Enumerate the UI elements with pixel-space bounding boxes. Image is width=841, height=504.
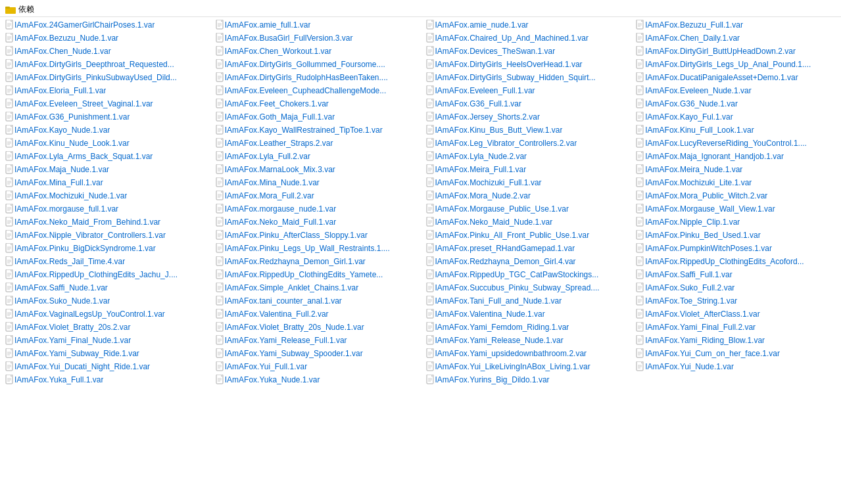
file-item[interactable]: IAmAFox.Eloria_Full.1.var: [0, 84, 210, 97]
file-item[interactable]: IAmAFox.DirtyGirls_RudolphHasBeenTaken..…: [210, 71, 421, 84]
file-item[interactable]: IAmAFox.Eveleen_Street_Vaginal.1.var: [0, 97, 210, 110]
file-item[interactable]: IAmAFox.Neko_Maid_Full.1.var: [210, 216, 421, 229]
file-item[interactable]: IAmAFox.Pinku_All_Front_Public_Use.1.var: [421, 229, 631, 242]
file-item[interactable]: IAmAFox.VaginalLegsUp_YouControl.1.var: [0, 308, 210, 321]
file-item[interactable]: IAmAFox.Tani_Full_and_Nude.1.var: [421, 294, 631, 308]
file-item[interactable]: IAmAFox.Eveleen_Full.1.var: [421, 84, 631, 97]
file-item[interactable]: IAmAFox.Devices_TheSwan.1.var: [421, 45, 631, 58]
file-item[interactable]: IAmAFox.Yami_Subway_Spooder.1.var: [210, 347, 421, 360]
file-item[interactable]: IAmAFox.Eveleen_CupheadChallengeMode...: [210, 84, 421, 97]
file-item[interactable]: IAmAFox.Suko_Full.2.var: [631, 281, 841, 294]
file-item[interactable]: IAmAFox.RippedUp_ClothingEdits_Acoford..…: [631, 255, 841, 268]
file-item[interactable]: IAmAFox.Yami_Femdom_Riding.1.var: [421, 321, 631, 334]
file-item[interactable]: IAmAFox.Suko_Nude.1.var: [0, 294, 210, 308]
file-item[interactable]: IAmAFox.Yuka_Full.1.var: [0, 373, 210, 386]
file-item[interactable]: IAmAFox.Violet_Bratty_20s.2.var: [0, 321, 210, 334]
file-item[interactable]: IAmAFox.Bezuzu_Full.1.var: [631, 18, 841, 32]
file-item[interactable]: IAmAFox.Lyla_Nude.2.var: [421, 150, 631, 163]
file-item[interactable]: IAmAFox.Simple_Anklet_Chains.1.var: [210, 281, 421, 294]
file-item[interactable]: IAmAFox.Redzhayna_Demon_Girl.1.var: [210, 255, 421, 268]
file-item[interactable]: IAmAFox.DirtyGirls_PinkuSubwayUsed_Dild.…: [0, 71, 210, 84]
file-item[interactable]: IAmAFox.Kinu_Bus_Butt_View.1.var: [421, 124, 631, 137]
file-item[interactable]: IAmAFox.Valentina_Full.2.var: [210, 308, 421, 321]
file-item[interactable]: IAmAFox.G36_Full.1.var: [421, 97, 631, 110]
file-item[interactable]: IAmAFox.Valentina_Nude.1.var: [421, 308, 631, 321]
file-item[interactable]: IAmAFox.Redzhayna_Demon_Girl.4.var: [421, 255, 631, 268]
file-item[interactable]: IAmAFox.Eveleen_Nude.1.var: [631, 84, 841, 97]
file-item[interactable]: IAmAFox.Reds_Jail_Time.4.var: [0, 255, 210, 268]
file-item[interactable]: IAmAFox.Nipple_Vibrator_Controllers.1.va…: [0, 229, 210, 242]
file-item[interactable]: IAmAFox.Yami_Final_Nude.1.var: [0, 334, 210, 347]
file-item[interactable]: IAmAFox.Nipple_Clip.1.var: [631, 216, 841, 229]
file-item[interactable]: IAmAFox.amie_full.1.var: [210, 18, 421, 32]
file-item[interactable]: IAmAFox.tani_counter_anal.1.var: [210, 294, 421, 308]
file-item[interactable]: IAmAFox.Yui_Full.1.var: [210, 360, 421, 373]
file-item[interactable]: IAmAFox.Maja_Nude.1.var: [0, 163, 210, 176]
file-item[interactable]: IAmAFox.Succubus_Pinku_Subway_Spread....: [421, 281, 631, 294]
file-item[interactable]: IAmAFox.Mora_Nude.2.var: [421, 189, 631, 202]
file-item[interactable]: IAmAFox.Neko_Maid_From_Behind.1.var: [0, 216, 210, 229]
file-item[interactable]: IAmAFox.DucatiPanigaleAsset+Demo.1.var: [631, 71, 841, 84]
file-item[interactable]: IAmAFox.Leg_Vibrator_Controllers.2.var: [421, 137, 631, 150]
file-item[interactable]: IAmAFox.Yami_Riding_Blow.1.var: [631, 334, 841, 347]
file-item[interactable]: IAmAFox.Yui_Nude.1.var: [631, 360, 841, 373]
file-item[interactable]: IAmAFox.DirtyGirls_Gollummed_Foursome...…: [210, 58, 421, 71]
file-item[interactable]: IAmAFox.RippedUp_TGC_CatPawStockings...: [421, 268, 631, 281]
file-item[interactable]: IAmAFox.Bezuzu_Nude.1.var: [0, 32, 210, 45]
file-item[interactable]: IAmAFox.DirtyGirls_Subway_Hidden_Squirt.…: [421, 71, 631, 84]
file-item[interactable]: IAmAFox.Violet_AfterClass.1.var: [631, 308, 841, 321]
file-item[interactable]: IAmAFox.Yui_LikeLivingInABox_Living.1.va…: [421, 360, 631, 373]
file-item[interactable]: IAmAFox.Leather_Straps.2.var: [210, 137, 421, 150]
file-item[interactable]: IAmAFox.DirtyGirls_Deepthroat_Requested.…: [0, 58, 210, 71]
file-item[interactable]: IAmAFox.Meira_Nude.1.var: [631, 163, 841, 176]
file-item[interactable]: IAmAFox.amie_nude.1.var: [421, 18, 631, 32]
file-item[interactable]: IAmAFox.Mochizuki_Lite.1.var: [631, 176, 841, 189]
file-item[interactable]: IAmAFox.Kayo_WallRestrained_TipToe.1.var: [210, 124, 421, 137]
file-item[interactable]: IAmAFox.Kinu_Nude_Look.1.var: [0, 137, 210, 150]
file-item[interactable]: IAmAFox.Yami_Final_Full.2.var: [631, 321, 841, 334]
file-item[interactable]: IAmAFox.Yami_upsidedownbathroom.2.var: [421, 347, 631, 360]
file-item[interactable]: IAmAFox.Mora_Full.2.var: [210, 189, 421, 202]
file-item[interactable]: IAmAFox.G36_Punishment.1.var: [0, 110, 210, 124]
file-item[interactable]: IAmAFox.Kinu_Full_Look.1.var: [631, 124, 841, 137]
file-item[interactable]: IAmAFox.Pinku_Legs_Up_Wall_Restraints.1.…: [210, 242, 421, 255]
file-item[interactable]: IAmAFox.Mochizuki_Nude.1.var: [0, 189, 210, 202]
file-item[interactable]: IAmAFox.Mina_Full.1.var: [0, 176, 210, 189]
file-item[interactable]: IAmAFox.Morgause_Wall_View.1.var: [631, 202, 841, 216]
file-item[interactable]: IAmAFox.Pinku_BigDickSyndrome.1.var: [0, 242, 210, 255]
file-item[interactable]: IAmAFox.24GamerGirlChairPoses.1.var: [0, 18, 210, 32]
file-item[interactable]: IAmAFox.Saffi_Full.1.var: [631, 268, 841, 281]
file-item[interactable]: IAmAFox.PumpkinWitchPoses.1.var: [631, 242, 841, 255]
file-item[interactable]: IAmAFox.Yami_Release_Full.1.var: [210, 334, 421, 347]
file-item[interactable]: IAmAFox.Yurins_Big_Dildo.1.var: [421, 373, 631, 386]
file-item[interactable]: IAmAFox.Yami_Subway_Ride.1.var: [0, 347, 210, 360]
file-item[interactable]: IAmAFox.Chen_Daily.1.var: [631, 32, 841, 45]
file-item[interactable]: IAmAFox.RippedUp_ClothingEdits_Jachu_J..…: [0, 268, 210, 281]
file-item[interactable]: IAmAFox.Saffi_Nude.1.var: [0, 281, 210, 294]
file-item[interactable]: IAmAFox.Maja_Ignorant_Handjob.1.var: [631, 150, 841, 163]
file-item[interactable]: IAmAFox.Lyla_Full.2.var: [210, 150, 421, 163]
file-item[interactable]: IAmAFox.Pinku_Bed_Used.1.var: [631, 229, 841, 242]
file-item[interactable]: IAmAFox.morgause_full.1.var: [0, 202, 210, 216]
file-item[interactable]: IAmAFox.Mina_Nude.1.var: [210, 176, 421, 189]
file-item[interactable]: IAmAFox.Toe_String.1.var: [631, 294, 841, 308]
file-item[interactable]: IAmAFox.Chen_Nude.1.var: [0, 45, 210, 58]
file-item[interactable]: IAmAFox.Violet_Bratty_20s_Nude.1.var: [210, 321, 421, 334]
file-item[interactable]: IAmAFox.Kayo_Ful.1.var: [631, 110, 841, 124]
file-item[interactable]: IAmAFox.BusaGirl_FullVersion.3.var: [210, 32, 421, 45]
file-item[interactable]: IAmAFox.Jersey_Shorts.2.var: [421, 110, 631, 124]
file-item[interactable]: IAmAFox.G36_Nude.1.var: [631, 97, 841, 110]
file-item[interactable]: IAmAFox.Meira_Full.1.var: [421, 163, 631, 176]
file-item[interactable]: IAmAFox.Mora_Public_Witch.2.var: [631, 189, 841, 202]
file-item[interactable]: IAmAFox.Yuka_Nude.1.var: [210, 373, 421, 386]
file-item[interactable]: IAmAFox.MarnaLook_Mix.3.var: [210, 163, 421, 176]
file-item[interactable]: IAmAFox.Feet_Chokers.1.var: [210, 97, 421, 110]
file-item[interactable]: IAmAFox.DirtyGirls_HeelsOverHead.1.var: [421, 58, 631, 71]
file-item[interactable]: IAmAFox.Chaired_Up_And_Machined.1.var: [421, 32, 631, 45]
file-item[interactable]: IAmAFox.preset_RHandGamepad.1.var: [421, 242, 631, 255]
file-item[interactable]: IAmAFox.Pinku_AfterClass_Sloppy.1.var: [210, 229, 421, 242]
file-item[interactable]: IAmAFox.LucyReverseRiding_YouControl.1..…: [631, 137, 841, 150]
file-item[interactable]: IAmAFox.morgause_nude.1.var: [210, 202, 421, 216]
file-item[interactable]: IAmAFox.Yami_Release_Nude.1.var: [421, 334, 631, 347]
file-item[interactable]: IAmAFox.Chen_Workout.1.var: [210, 45, 421, 58]
